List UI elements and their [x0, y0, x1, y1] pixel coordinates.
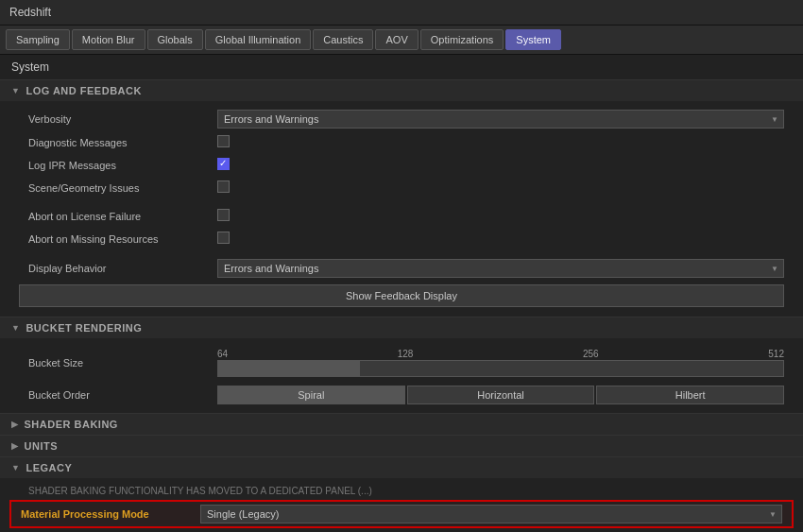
- abort-missing-label: Abort on Missing Resources: [28, 233, 217, 245]
- tab-sampling[interactable]: Sampling: [6, 29, 70, 50]
- verbosity-row: Verbosity Errors and Warnings Errors Onl…: [0, 107, 803, 131]
- title-bar: Redshift: [0, 0, 803, 26]
- diagnostic-messages-label: Diagnostic Messages: [28, 137, 217, 148]
- abort-license-row: Abort on License Failure: [0, 205, 803, 228]
- section-units: ▶ UNITS: [0, 435, 803, 456]
- diagnostic-messages-row: Diagnostic Messages: [0, 131, 803, 154]
- bucket-size-slider-track[interactable]: [217, 360, 784, 377]
- diagnostic-messages-control[interactable]: [217, 135, 784, 150]
- bucket-order-label: Bucket Order: [28, 389, 217, 401]
- abort-missing-checkbox[interactable]: [217, 232, 230, 244]
- section-units-header[interactable]: ▶ UNITS: [0, 435, 803, 456]
- scene-geometry-label: Scene/Geometry Issues: [28, 182, 217, 194]
- section-bucket-rendering-title: BUCKET RENDERING: [26, 322, 142, 334]
- bucket-order-spiral[interactable]: Spiral: [217, 386, 405, 404]
- log-ipr-messages-label: Log IPR Messages: [28, 160, 217, 171]
- tabs-bar: Sampling Motion Blur Globals Global Illu…: [0, 26, 803, 55]
- section-bucket-rendering: ▼ BUCKET RENDERING Bucket Size 64 128 25…: [0, 317, 803, 413]
- section-shader-baking-header[interactable]: ▶ SHADER BAKING: [0, 413, 803, 435]
- abort-missing-control[interactable]: [217, 232, 784, 247]
- section-legacy-arrow: ▼: [11, 463, 20, 472]
- bucket-size-label: Bucket Size: [28, 357, 217, 369]
- scene-geometry-checkbox[interactable]: [217, 180, 230, 193]
- scene-geometry-control[interactable]: [217, 180, 784, 196]
- display-behavior-row: Display Behavior Errors and Warnings Err…: [0, 256, 803, 281]
- section-log-feedback-body: Verbosity Errors and Warnings Errors Onl…: [0, 101, 803, 317]
- verbosity-dropdown[interactable]: Errors and Warnings Errors Only Verbose …: [217, 110, 784, 129]
- section-bucket-rendering-arrow: ▼: [11, 323, 20, 333]
- section-units-title: UNITS: [25, 440, 59, 452]
- bucket-order-horizontal[interactable]: Horizontal: [407, 386, 595, 404]
- display-behavior-label: Display Behavior: [28, 263, 217, 274]
- section-bucket-rendering-body: Bucket Size 64 128 256 512: [0, 338, 803, 413]
- bucket-size-label-256: 256: [583, 349, 599, 359]
- bucket-size-label-64: 64: [217, 349, 228, 359]
- abort-missing-row: Abort on Missing Resources: [0, 228, 803, 250]
- log-ipr-messages-control[interactable]: [217, 158, 784, 173]
- verbosity-dropdown-wrapper: Errors and Warnings Errors Only Verbose …: [217, 110, 784, 129]
- section-bucket-rendering-header[interactable]: ▼ BUCKET RENDERING: [0, 317, 803, 338]
- section-shader-baking-title: SHADER BAKING: [25, 419, 118, 430]
- tab-global-illumination[interactable]: Global Illumination: [205, 29, 312, 50]
- bucket-order-controls: Spiral Horizontal Hilbert: [217, 386, 784, 404]
- material-processing-highlighted-row: Material Processing Mode Single (Legacy)…: [9, 500, 794, 528]
- section-log-feedback: ▼ LOG AND FEEDBACK Verbosity Errors and …: [0, 79, 803, 317]
- tab-aov[interactable]: AOV: [375, 29, 418, 50]
- verbosity-label: Verbosity: [28, 113, 217, 125]
- bucket-size-row: Bucket Size 64 128 256 512: [0, 344, 803, 383]
- bucket-order-hilbert[interactable]: Hilbert: [596, 386, 784, 404]
- tab-motion-blur[interactable]: Motion Blur: [72, 29, 145, 50]
- legacy-sub-text: SHADER BAKING FUNCTIONALITY HAS MOVED TO…: [0, 484, 803, 498]
- section-legacy-header[interactable]: ▼ LEGACY: [0, 456, 803, 478]
- display-behavior-dropdown[interactable]: Errors and Warnings Errors Only Verbose: [217, 259, 784, 278]
- diagnostic-messages-checkbox[interactable]: [217, 135, 230, 147]
- section-log-feedback-arrow: ▼: [11, 86, 20, 95]
- section-shader-baking: ▶ SHADER BAKING: [0, 413, 803, 435]
- material-processing-control: Single (Legacy) Batch Auto: [200, 505, 782, 523]
- abort-license-checkbox[interactable]: [217, 209, 230, 221]
- tab-system[interactable]: System: [505, 29, 561, 50]
- tab-globals[interactable]: Globals: [147, 29, 203, 50]
- material-processing-label: Material Processing Mode: [21, 508, 200, 520]
- verbosity-control: Errors and Warnings Errors Only Verbose …: [217, 110, 784, 129]
- display-behavior-control: Errors and Warnings Errors Only Verbose: [217, 259, 784, 278]
- content-area: ▼ LOG AND FEEDBACK Verbosity Errors and …: [0, 79, 803, 532]
- section-legacy: ▼ LEGACY SHADER BAKING FUNCTIONALITY HAS…: [0, 456, 803, 532]
- display-behavior-dropdown-wrapper: Errors and Warnings Errors Only Verbose: [217, 259, 784, 278]
- bucket-size-slider-area: 64 128 256 512: [217, 348, 784, 377]
- scene-geometry-row: Scene/Geometry Issues: [0, 177, 803, 199]
- log-ipr-messages-checkbox[interactable]: [217, 158, 230, 170]
- show-feedback-button[interactable]: Show Feedback Display: [19, 284, 784, 307]
- abort-license-control[interactable]: [217, 209, 784, 224]
- bucket-size-label-128: 128: [398, 349, 414, 359]
- section-legacy-title: LEGACY: [26, 462, 72, 473]
- page-title: System: [0, 55, 803, 79]
- section-shader-baking-arrow: ▶: [11, 420, 19, 429]
- bucket-size-labels: 64 128 256 512: [217, 348, 784, 360]
- log-ipr-messages-row: Log IPR Messages: [0, 154, 803, 177]
- tab-caustics[interactable]: Caustics: [313, 29, 373, 50]
- section-units-arrow: ▶: [11, 441, 19, 451]
- app-title: Redshift: [9, 6, 51, 19]
- section-log-feedback-header[interactable]: ▼ LOG AND FEEDBACK: [0, 79, 803, 101]
- section-log-feedback-title: LOG AND FEEDBACK: [26, 85, 141, 96]
- bucket-size-slider-fill: [218, 361, 360, 376]
- bucket-size-label-512: 512: [768, 349, 784, 359]
- material-processing-dropdown-wrapper: Single (Legacy) Batch Auto: [200, 505, 782, 523]
- material-processing-dropdown[interactable]: Single (Legacy) Batch Auto: [200, 505, 782, 523]
- abort-license-label: Abort on License Failure: [28, 211, 217, 222]
- bucket-order-row: Bucket Order Spiral Horizontal Hilbert: [0, 383, 803, 407]
- tab-optimizations[interactable]: Optimizations: [420, 29, 504, 50]
- section-legacy-body: SHADER BAKING FUNCTIONALITY HAS MOVED TO…: [0, 478, 803, 532]
